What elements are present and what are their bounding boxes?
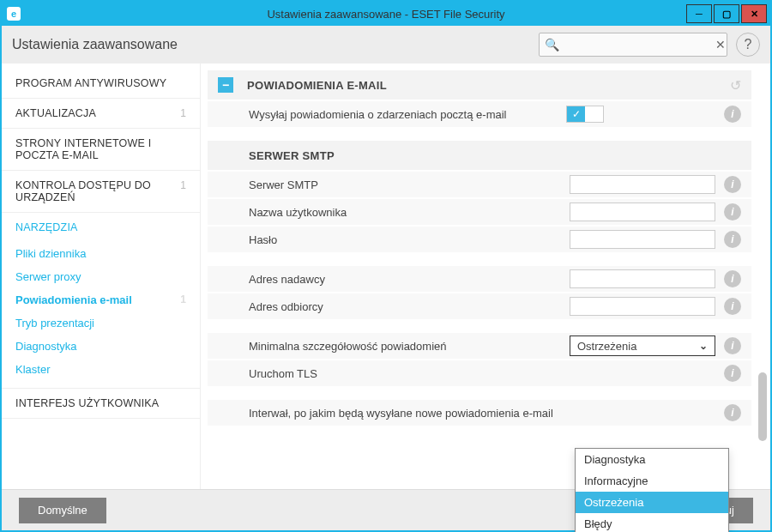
scrollbar-thumb[interactable] — [758, 372, 767, 441]
row-label: Wysyłaj powiadomienia o zdarzeniach pocz… — [249, 108, 566, 121]
sidebar-badge: 1 — [180, 107, 186, 119]
sidebar-badge: 1 — [180, 293, 186, 305]
maximize-button[interactable]: ▢ — [714, 4, 739, 23]
row-label: Minimalna szczegółowość powiadomień — [249, 340, 570, 353]
sidebar-cat-antivirus[interactable]: PROGRAM ANTYWIRUSOWY — [2, 69, 200, 99]
section-header-email-notifications[interactable]: − POWIADOMIENIA E-MAIL ↺ — [208, 70, 751, 100]
row-sender-address: Adres nadawcy i — [208, 266, 751, 292]
content-scroll: − POWIADOMIENIA E-MAIL ↺ Wysyłaj powiado… — [208, 70, 751, 482]
select-verbosity[interactable]: Ostrzeżenia ⌄ — [570, 336, 715, 356]
sidebar-item-label: Pliki dziennika — [15, 247, 86, 260]
default-button[interactable]: Domyślne — [19, 498, 106, 523]
dropdown-option-errors[interactable]: Błędy — [576, 513, 728, 532]
sidebar-cat-web-email[interactable]: STRONY INTERNETOWE I POCZTA E-MAIL — [2, 129, 200, 171]
info-icon[interactable]: i — [724, 337, 741, 354]
row-recipient-address: Adres odbiorcy i — [208, 293, 751, 319]
sidebar-item-logfiles[interactable]: Pliki dziennika — [2, 242, 200, 265]
search-icon: 🔍 — [545, 38, 559, 51]
page-heading: Ustawienia zaawansowane — [12, 37, 178, 52]
info-icon[interactable]: i — [724, 231, 741, 248]
sidebar-item-label: Serwer proxy — [15, 270, 81, 283]
row-label: Hasło — [249, 233, 570, 246]
sidebar-label: STRONY INTERNETOWE I POCZTA E-MAIL — [15, 137, 151, 161]
section-title: SERWER SMTP — [249, 149, 335, 162]
row-send-email: Wysyłaj powiadomienia o zdarzeniach pocz… — [208, 101, 751, 127]
help-button[interactable]: ? — [736, 33, 760, 57]
sidebar-item-label: Klaster — [15, 363, 50, 376]
input-smtp-server[interactable] — [570, 175, 715, 194]
row-label: Serwer SMTP — [249, 178, 570, 191]
reset-icon[interactable]: ↺ — [730, 77, 741, 94]
row-smtp-user: Nazwa użytkownika i — [208, 199, 751, 225]
app-logo-icon: e — [7, 7, 21, 21]
sidebar-item-cluster[interactable]: Klaster — [2, 358, 200, 381]
info-icon[interactable]: i — [724, 298, 741, 315]
sidebar-item-presentation[interactable]: Tryb prezentacji — [2, 311, 200, 335]
section-title: POWIADOMIENIA E-MAIL — [247, 79, 387, 92]
sidebar-label: KONTROLA DOSTĘPU DO URZĄDZEŃ — [15, 179, 151, 203]
row-verbosity: Minimalna szczegółowość powiadomień Ostr… — [208, 333, 751, 359]
verbosity-dropdown[interactable]: Diagnostyka Informacyjne Ostrzeżenia Błę… — [575, 448, 729, 532]
input-sender-address[interactable] — [570, 269, 715, 288]
sidebar-cat-ui[interactable]: INTERFEJS UŻYTKOWNIKA — [2, 389, 200, 419]
sidebar-cat-tools[interactable]: NARZĘDZIA — [2, 213, 200, 242]
input-smtp-user[interactable] — [570, 203, 715, 221]
collapse-icon[interactable]: − — [218, 77, 233, 93]
titlebar: e Ustawienia zaawansowane - ESET File Se… — [2, 2, 770, 26]
row-label: Adres nadawcy — [249, 273, 570, 286]
select-value: Ostrzeżenia — [577, 340, 636, 353]
row-label: Interwał, po jakim będą wysyłane nowe po… — [249, 407, 570, 420]
input-recipient-address[interactable] — [570, 297, 715, 316]
check-icon: ✓ — [567, 106, 585, 122]
row-label: Uruchom TLS — [249, 367, 570, 380]
section-header-smtp: SERWER SMTP — [208, 141, 751, 170]
row-interval: Interwał, po jakim będą wysyłane nowe po… — [208, 400, 751, 426]
sidebar: PROGRAM ANTYWIRUSOWY AKTUALIZACJA 1 STRO… — [2, 63, 201, 489]
input-smtp-pass[interactable] — [570, 230, 715, 249]
search-box[interactable]: 🔍 ✕ — [539, 33, 727, 57]
row-label: Nazwa użytkownika — [249, 206, 570, 219]
row-tls: Uruchom TLS i — [208, 360, 751, 386]
sidebar-label: INTERFEJS UŻYTKOWNIKA — [15, 397, 159, 409]
toolbar: Ustawienia zaawansowane 🔍 ✕ ? — [2, 26, 770, 63]
row-label: Adres odbiorcy — [249, 300, 570, 313]
body: PROGRAM ANTYWIRUSOWY AKTUALIZACJA 1 STRO… — [2, 63, 770, 489]
sidebar-badge: 1 — [180, 179, 186, 191]
row-smtp-pass: Hasło i — [208, 227, 751, 252]
info-icon[interactable]: i — [724, 404, 741, 421]
sidebar-item-label: Diagnostyka — [15, 340, 77, 353]
clear-search-icon[interactable]: ✕ — [715, 38, 726, 51]
content-scrollbar[interactable] — [757, 132, 767, 472]
sidebar-label: NARZĘDZIA — [15, 221, 78, 233]
chevron-down-icon: ⌄ — [699, 340, 708, 352]
dropdown-option-diagnostic[interactable]: Diagnostyka — [576, 449, 728, 470]
info-icon[interactable]: i — [724, 203, 741, 221]
sidebar-item-label: Tryb prezentacji — [15, 317, 94, 329]
sidebar-item-proxy[interactable]: Serwer proxy — [2, 265, 200, 288]
sidebar-cat-update[interactable]: AKTUALIZACJA 1 — [2, 99, 200, 129]
info-icon[interactable]: i — [724, 270, 741, 287]
app-window: e Ustawienia zaawansowane - ESET File Se… — [0, 0, 772, 532]
info-icon[interactable]: i — [724, 176, 741, 193]
dropdown-option-informational[interactable]: Informacyjne — [576, 470, 728, 492]
row-smtp-server: Serwer SMTP i — [208, 172, 751, 197]
info-icon[interactable]: i — [724, 365, 741, 382]
sidebar-item-diagnostics[interactable]: Diagnostyka — [2, 335, 200, 358]
sidebar-item-label: Powiadomienia e-mail — [15, 293, 132, 306]
window-title: Ustawienia zaawansowane - ESET File Secu… — [267, 8, 504, 21]
search-input[interactable] — [564, 39, 709, 51]
dropdown-option-warnings[interactable]: Ostrzeżenia — [576, 492, 728, 513]
info-icon[interactable]: i — [724, 106, 741, 123]
minimize-button[interactable]: ─ — [686, 4, 712, 23]
sidebar-cat-device-control[interactable]: KONTROLA DOSTĘPU DO URZĄDZEŃ 1 — [2, 171, 200, 213]
content-panel: − POWIADOMIENIA E-MAIL ↺ Wysyłaj powiado… — [201, 63, 770, 489]
sidebar-label: AKTUALIZACJA — [15, 107, 96, 119]
toggle-send-email[interactable]: ✓ — [566, 106, 604, 123]
sidebar-item-email-notifications[interactable]: Powiadomienia e-mail 1 — [2, 288, 200, 311]
sidebar-label: PROGRAM ANTYWIRUSOWY — [15, 77, 166, 89]
close-button[interactable]: ✕ — [741, 4, 767, 23]
